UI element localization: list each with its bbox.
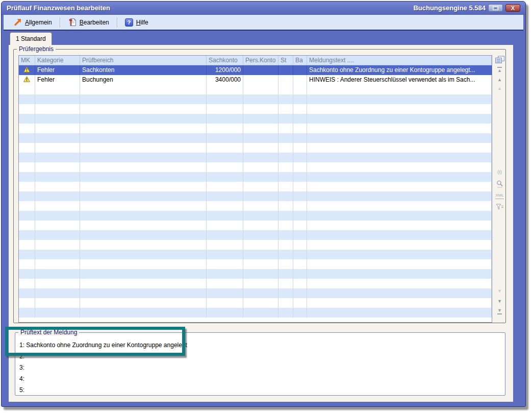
empty-row[interactable] (19, 172, 492, 182)
empty-cell (243, 308, 278, 318)
empty-row[interactable] (19, 104, 492, 114)
scroll-to-bottom-icon[interactable]: ▼ (493, 308, 506, 315)
empty-cell (293, 240, 307, 250)
page-down-icon[interactable]: ▼ (493, 289, 506, 294)
empty-cell (307, 201, 492, 211)
empty-cell (278, 279, 293, 288)
empty-cell (307, 85, 492, 94)
empty-cell (35, 201, 80, 211)
empty-row[interactable] (19, 143, 492, 153)
empty-cell (278, 211, 293, 221)
move-up-icon[interactable]: ▲ (493, 78, 506, 82)
empty-row[interactable] (19, 85, 492, 94)
column-header-6[interactable]: Ba (293, 56, 307, 65)
column-header-4[interactable]: Pers.Konto (243, 56, 278, 65)
empty-cell (293, 143, 307, 153)
empty-cell (243, 172, 278, 182)
column-width-icon[interactable]: (I) (493, 169, 506, 175)
move-down-icon[interactable]: ▼ (493, 299, 506, 304)
empty-cell (19, 191, 35, 201)
empty-row[interactable] (19, 191, 492, 201)
empty-cell (293, 201, 307, 211)
restore-button[interactable] (488, 4, 503, 12)
empty-cell (243, 288, 278, 298)
cell-pruefbereich: Buchungen (80, 75, 207, 85)
column-header-2[interactable]: Prüfbereich (80, 56, 207, 65)
scroll-to-top-icon[interactable]: ▲ (493, 66, 506, 73)
empty-cell (80, 143, 207, 153)
empty-cell (243, 298, 278, 308)
empty-cell (278, 250, 293, 259)
empty-cell (19, 133, 35, 143)
empty-cell (293, 230, 307, 240)
search-icon[interactable] (493, 180, 506, 188)
empty-cell (278, 298, 293, 308)
empty-row[interactable] (19, 133, 492, 143)
empty-cell (243, 104, 278, 114)
empty-row[interactable] (19, 153, 492, 162)
column-header-1[interactable]: Kategorie (35, 56, 80, 65)
toolbar-button-bearbeiten[interactable]: Bearbeiten (64, 17, 113, 28)
empty-row[interactable] (19, 298, 492, 308)
empty-row[interactable] (19, 279, 492, 288)
cell-ba (293, 75, 307, 85)
empty-cell (307, 94, 492, 104)
empty-cell (293, 279, 307, 288)
empty-cell (293, 153, 307, 162)
window-title: Prüflauf Finanzwesen bearbeiten (7, 4, 110, 12)
empty-row[interactable] (19, 288, 492, 298)
empty-cell (19, 288, 35, 298)
empty-cell (19, 104, 35, 114)
tab-standard[interactable]: 1 Standard (10, 32, 52, 45)
result-table[interactable]: MKKategoriePrüfbereichSachkontoPers.Kont… (18, 55, 492, 323)
help-question-icon: ? (125, 18, 133, 27)
column-header-7[interactable]: Meldungstext .... (307, 56, 492, 65)
result-row-1[interactable]: FehlerSachkonten1200/000Sachkonto ohne Z… (19, 65, 492, 75)
empty-row[interactable] (19, 259, 492, 269)
empty-cell (278, 124, 293, 133)
toolbar-button-hilfe[interactable]: ?Hilfe (121, 17, 153, 28)
result-row-2[interactable]: FehlerBuchungen3400/000HINWEIS : Anderer… (19, 75, 492, 85)
empty-cell (307, 153, 492, 162)
filter-icon[interactable] (493, 204, 506, 210)
empty-cell (243, 250, 278, 259)
column-header-3[interactable]: Sachkonto (207, 56, 243, 65)
columns-copy-icon[interactable] (493, 56, 506, 64)
empty-row[interactable] (19, 211, 492, 221)
cell-sachkonto: 1200/000 (207, 65, 243, 75)
empty-cell (19, 94, 35, 104)
page-up-icon[interactable]: ▲ (493, 86, 506, 91)
empty-row[interactable] (19, 182, 492, 191)
empty-cell (243, 124, 278, 133)
empty-cell (243, 211, 278, 221)
empty-cell (19, 162, 35, 172)
mk-cell (19, 75, 35, 85)
empty-row[interactable] (19, 94, 492, 104)
empty-row[interactable] (19, 201, 492, 211)
empty-row[interactable] (19, 162, 492, 172)
empty-cell (307, 191, 492, 201)
empty-row[interactable] (19, 250, 492, 259)
empty-row[interactable] (19, 230, 492, 240)
title-bar[interactable]: Prüflauf Finanzwesen bearbeiten Buchungs… (2, 2, 525, 15)
empty-cell (207, 133, 243, 143)
empty-row[interactable] (19, 124, 492, 133)
empty-cell (207, 153, 243, 162)
empty-row[interactable] (19, 240, 492, 250)
empty-cell (307, 240, 492, 250)
empty-cell (80, 114, 207, 124)
empty-row[interactable] (19, 269, 492, 279)
column-header-5[interactable]: St (278, 56, 293, 65)
empty-row[interactable] (19, 308, 492, 318)
empty-cell (19, 172, 35, 182)
empty-cell (207, 94, 243, 104)
empty-cell (307, 143, 492, 153)
empty-row[interactable] (19, 221, 492, 230)
empty-cell (278, 143, 293, 153)
column-header-0[interactable]: MK (19, 56, 35, 65)
empty-row[interactable] (19, 114, 492, 124)
close-button[interactable]: X (505, 4, 520, 12)
empty-cell (278, 288, 293, 298)
xml-export-icon[interactable]: XML (493, 193, 506, 199)
toolbar-button-allgemein[interactable]: Allgemein (10, 17, 56, 27)
